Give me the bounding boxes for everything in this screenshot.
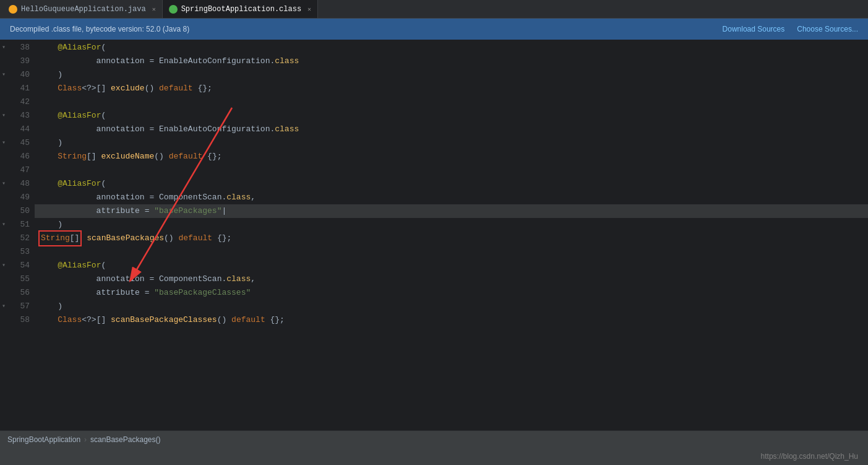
line-number-47: 47 xyxy=(0,163,30,177)
line-num-text-41: 41 xyxy=(20,84,30,93)
breadcrumb-class: SpringBootApplication xyxy=(7,435,80,444)
tab-class-close[interactable]: ✕ xyxy=(307,6,311,13)
code-content[interactable]: @AliasFor( annotation = EnableAutoConfig… xyxy=(35,40,868,430)
line-num-text-39: 39 xyxy=(20,56,30,66)
code-line-57: ) xyxy=(35,300,868,313)
fold-icon-51: ▾ xyxy=(0,218,7,232)
line-number-49: 49 xyxy=(0,191,30,204)
code-line-58: Class<?>[] scanBasePackageClasses() defa… xyxy=(35,313,868,327)
line-num-text-42: 42 xyxy=(20,97,30,106)
line-num-text-51: 51 xyxy=(20,220,30,229)
line-num-text-52: 52 xyxy=(20,233,30,243)
code-line-56: attribute = "basePackageClasses" xyxy=(35,286,868,300)
line-number-55: 55 xyxy=(0,272,30,286)
line-num-text-49: 49 xyxy=(20,193,30,202)
code-line-50: attribute = "basePackages"| xyxy=(35,204,868,218)
line-num-text-58: 58 xyxy=(20,315,30,324)
line-number-40: ▾40 xyxy=(0,68,30,82)
class-file-icon xyxy=(169,5,178,14)
java-file-icon xyxy=(9,5,17,14)
line-number-50: 50 xyxy=(0,204,30,218)
code-line-38: @AliasFor( xyxy=(35,41,868,54)
url-bar: https://blog.csdn.net/Qizh_Hu xyxy=(0,448,868,465)
line-number-39: 39 xyxy=(0,54,30,68)
line-num-text-54: 54 xyxy=(20,261,30,270)
line-num-text-46: 46 xyxy=(20,152,30,161)
line-number-57: ▾57 xyxy=(0,300,30,313)
tab-java-label: HelloGuqueueApplication.java xyxy=(21,5,146,14)
line-number-gutter: ▾3839▾404142▾4344▾454647▾484950▾515253▾5… xyxy=(0,40,35,430)
line-num-text-40: 40 xyxy=(20,70,30,79)
code-line-44: annotation = EnableAutoConfiguration.cla… xyxy=(35,123,868,136)
fold-icon-40: ▾ xyxy=(0,68,7,82)
line-number-41: 41 xyxy=(0,82,30,95)
code-line-45: ) xyxy=(35,136,868,150)
line-number-54: ▾54 xyxy=(0,259,30,272)
fold-icon-57: ▾ xyxy=(0,300,7,313)
code-line-49: annotation = ComponentScan.class, xyxy=(35,191,868,204)
line-number-53: 53 xyxy=(0,245,30,259)
code-line-55: annotation = ComponentScan.class, xyxy=(35,272,868,286)
code-line-39: annotation = EnableAutoConfiguration.cla… xyxy=(35,54,868,68)
tab-class[interactable]: SpringBootApplication.class ✕ xyxy=(163,0,318,18)
tab-class-label: SpringBootApplication.class xyxy=(181,5,301,14)
code-line-53 xyxy=(35,245,868,259)
choose-sources-link[interactable]: Choose Sources... xyxy=(797,25,858,33)
red-box-highlight: String[] xyxy=(38,230,82,246)
line-num-text-43: 43 xyxy=(20,111,30,120)
fold-icon-48: ▾ xyxy=(0,177,7,191)
code-line-40: ) xyxy=(35,68,868,82)
line-num-text-56: 56 xyxy=(20,288,30,297)
line-number-44: 44 xyxy=(0,123,30,136)
code-line-54: @AliasFor( xyxy=(35,259,868,272)
fold-icon-45: ▾ xyxy=(0,136,7,150)
tab-bar: HelloGuqueueApplication.java ✕ SpringBoo… xyxy=(0,0,868,19)
breadcrumb: SpringBootApplication › scanBasePackages… xyxy=(7,435,160,444)
url-text: https://blog.csdn.net/Qizh_Hu xyxy=(761,452,858,461)
tab-java-close[interactable]: ✕ xyxy=(152,6,156,13)
info-bar: Decompiled .class file, bytecode version… xyxy=(0,19,868,40)
line-number-42: 42 xyxy=(0,95,30,109)
line-num-text-55: 55 xyxy=(20,274,30,284)
download-sources-link[interactable]: Download Sources xyxy=(723,25,785,33)
breadcrumb-method: scanBasePackages() xyxy=(90,435,160,444)
line-num-text-45: 45 xyxy=(20,138,30,147)
breadcrumb-separator: › xyxy=(84,435,87,444)
line-number-52: 52 xyxy=(0,232,30,245)
line-num-text-48: 48 xyxy=(20,179,30,188)
line-num-text-57: 57 xyxy=(20,302,30,311)
line-num-text-47: 47 xyxy=(20,165,30,175)
code-line-48: @AliasFor( xyxy=(35,177,868,191)
status-bar: SpringBootApplication › scanBasePackages… xyxy=(0,430,868,448)
code-line-51: ) xyxy=(35,218,868,232)
info-bar-actions: Download Sources Choose Sources... xyxy=(723,25,858,33)
line-number-38: ▾38 xyxy=(0,41,30,54)
line-num-text-38: 38 xyxy=(20,43,30,52)
line-number-45: ▾45 xyxy=(0,136,30,150)
code-line-42 xyxy=(35,95,868,109)
line-number-51: ▾51 xyxy=(0,218,30,232)
line-number-43: ▾43 xyxy=(0,109,30,123)
code-editor: ▾3839▾404142▾4344▾454647▾484950▾515253▾5… xyxy=(0,40,868,430)
line-number-48: ▾48 xyxy=(0,177,30,191)
line-number-56: 56 xyxy=(0,286,30,300)
line-num-text-53: 53 xyxy=(20,247,30,256)
line-number-58: 58 xyxy=(0,313,30,327)
fold-icon-54: ▾ xyxy=(0,259,7,272)
line-num-text-44: 44 xyxy=(20,124,30,134)
code-line-47 xyxy=(35,163,868,177)
tab-java[interactable]: HelloGuqueueApplication.java ✕ xyxy=(2,0,163,18)
code-line-41: Class<?>[] exclude() default {}; xyxy=(35,82,868,95)
line-number-46: 46 xyxy=(0,150,30,163)
code-line-46: String[] excludeName() default {}; xyxy=(35,150,868,163)
fold-icon-43: ▾ xyxy=(0,109,7,123)
code-line-43: @AliasFor( xyxy=(35,109,868,123)
decompile-message: Decompiled .class file, bytecode version… xyxy=(10,25,189,33)
code-line-52: String[] scanBasePackages() default {}; xyxy=(35,232,868,245)
code-area: ▾3839▾404142▾4344▾454647▾484950▾515253▾5… xyxy=(0,40,868,430)
fold-icon-38: ▾ xyxy=(0,41,7,54)
line-num-text-50: 50 xyxy=(20,206,30,215)
